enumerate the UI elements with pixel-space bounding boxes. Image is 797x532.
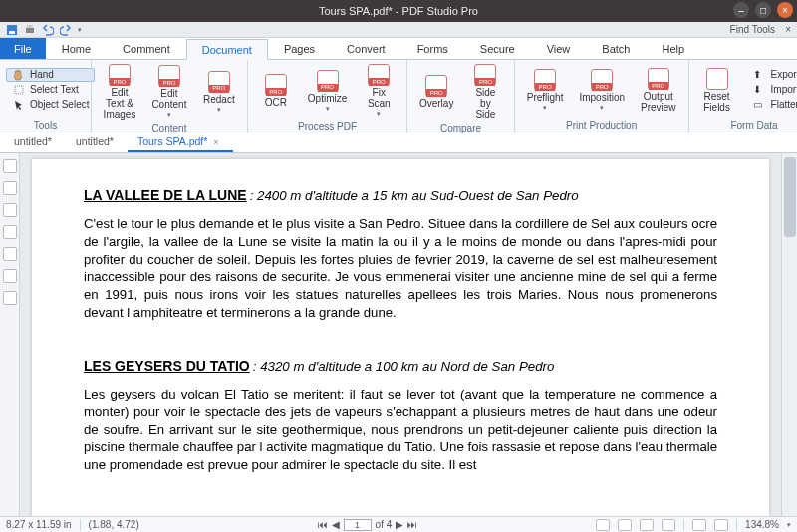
edit-content-icon: PRO — [158, 65, 180, 87]
file-menu[interactable]: File — [0, 38, 46, 59]
hand-tool-button[interactable]: Hand — [6, 68, 95, 82]
svg-rect-3 — [27, 25, 33, 28]
tags-panel-icon[interactable] — [3, 291, 17, 305]
imposition-button[interactable]: PROImposition▾ — [573, 67, 631, 112]
single-page-view-icon[interactable] — [596, 519, 610, 531]
doctab-tours-spa[interactable]: Tours SPA.pdf*× — [128, 133, 233, 152]
close-tab-icon[interactable]: × — [213, 137, 218, 147]
last-page-icon[interactable]: ⏭ — [407, 519, 417, 530]
tab-secure[interactable]: Secure — [464, 38, 531, 59]
window-close-button[interactable]: × — [777, 2, 793, 18]
reset-fields-button[interactable]: Reset Fields — [695, 66, 739, 113]
prev-page-icon[interactable]: ◀ — [332, 519, 340, 530]
doctab-untitled-2[interactable]: untitled* — [66, 133, 128, 152]
group-process-label: Process PDF — [248, 120, 406, 133]
tab-convert[interactable]: Convert — [331, 38, 401, 59]
preflight-icon: PRO — [534, 69, 556, 91]
tab-view[interactable]: View — [531, 38, 587, 59]
fix-scan-icon: PRO — [368, 64, 390, 86]
import-icon: ⬇ — [753, 84, 767, 96]
layers-panel-icon[interactable] — [3, 225, 17, 239]
signatures-panel-icon[interactable] — [3, 203, 17, 217]
bookmarks-panel-icon[interactable] — [3, 181, 17, 195]
output-preview-button[interactable]: PROOutput Preview — [635, 66, 682, 113]
cursor-position: (1.88, 4.72) — [89, 519, 139, 530]
comments-panel-icon[interactable] — [3, 247, 17, 261]
tab-home[interactable]: Home — [46, 38, 107, 59]
group-form-label: Form Data — [689, 119, 797, 133]
qat-more-icon[interactable]: ▾ — [78, 26, 82, 34]
next-page-icon[interactable]: ▶ — [396, 519, 403, 530]
doctab-untitled-1[interactable]: untitled* — [4, 133, 66, 152]
hand-icon — [12, 69, 26, 81]
print-icon[interactable] — [24, 24, 36, 36]
text-cursor-icon — [12, 84, 26, 96]
ocr-icon: PRO — [265, 74, 287, 96]
overlay-icon: PRO — [425, 75, 447, 97]
attachments-panel-icon[interactable] — [3, 269, 17, 283]
tab-document[interactable]: Document — [186, 39, 268, 60]
tab-batch[interactable]: Batch — [586, 38, 646, 59]
object-select-button[interactable]: Object Select — [6, 98, 95, 112]
section2-body: Les geysers du volcan El Tatio se merite… — [84, 386, 717, 474]
page-dimensions: 8.27 x 11.59 in — [6, 519, 72, 530]
facing-view-icon[interactable] — [640, 519, 654, 531]
tab-pages[interactable]: Pages — [268, 38, 331, 59]
facing-continuous-view-icon[interactable] — [662, 519, 675, 531]
side-by-side-icon: PRO — [474, 64, 496, 86]
flatten-button[interactable]: ▭Flatten — [747, 98, 797, 112]
ribbon: Hand Select Text Object Select Tools PRO… — [0, 60, 797, 133]
page-total: of 4 — [376, 519, 393, 530]
export-icon: ⬆ — [753, 69, 767, 81]
ribbon-collapse-icon[interactable]: × — [785, 24, 791, 35]
group-print-label: Print Production — [515, 119, 688, 133]
document-canvas[interactable]: LA VALLEE DE LA LUNE : 2400 m d'altitude… — [20, 153, 781, 516]
titlebar: Tours SPA.pdf* - PDF Studio Pro – □ × — [0, 0, 797, 22]
undo-icon[interactable] — [42, 24, 54, 36]
continuous-view-icon[interactable] — [618, 519, 632, 531]
redact-icon: PRO — [208, 71, 230, 93]
ribbon-tabstrip: File Home Comment Document Pages Convert… — [0, 38, 797, 60]
fix-scan-button[interactable]: PROFix Scan▾ — [357, 62, 400, 118]
select-text-button[interactable]: Select Text — [6, 83, 95, 97]
side-by-side-button[interactable]: PROSide by Side — [463, 62, 508, 120]
edit-text-images-button[interactable]: PROEdit Text & Images — [98, 62, 141, 120]
optimize-icon: PRO — [317, 70, 339, 92]
fit-width-icon[interactable] — [692, 519, 706, 531]
workspace: LA VALLEE DE LA LUNE : 2400 m d'altitude… — [0, 153, 797, 516]
tab-comment[interactable]: Comment — [107, 38, 186, 59]
ocr-button[interactable]: PROOCR — [254, 72, 298, 108]
scrollbar-thumb[interactable] — [784, 157, 796, 237]
edit-content-button[interactable]: PROEdit Content▾ — [145, 63, 193, 119]
zoom-dropdown-icon[interactable]: ▾ — [787, 521, 791, 529]
redo-icon[interactable] — [60, 24, 72, 36]
edit-text-icon: PRO — [109, 64, 131, 86]
document-tabs: untitled* untitled* Tours SPA.pdf*× — [0, 133, 797, 153]
reset-fields-icon — [706, 68, 728, 90]
flatten-icon: ▭ — [753, 99, 767, 111]
fit-page-icon[interactable] — [714, 519, 728, 531]
group-tools-label: Tools — [0, 119, 91, 133]
export-button[interactable]: ⬆Export▾ — [747, 68, 797, 82]
first-page-icon[interactable]: ⏮ — [318, 519, 328, 530]
find-tools-input[interactable]: Find Tools — [730, 24, 775, 35]
redact-button[interactable]: PRORedact▾ — [197, 69, 241, 114]
window-maximize-button[interactable]: □ — [755, 2, 771, 18]
svg-rect-2 — [26, 28, 34, 33]
tab-help[interactable]: Help — [646, 38, 700, 59]
window-title: Tours SPA.pdf* - PDF Studio Pro — [319, 5, 478, 17]
svg-rect-1 — [9, 31, 15, 34]
preflight-button[interactable]: PROPreflight▾ — [521, 67, 570, 112]
import-button[interactable]: ⬇Import▾ — [747, 83, 797, 97]
window-minimize-button[interactable]: – — [733, 2, 749, 18]
pdf-page: LA VALLEE DE LA LUNE : 2400 m d'altitude… — [32, 159, 769, 516]
optimize-button[interactable]: PROOptimize▾ — [302, 68, 353, 113]
statusbar: 8.27 x 11.59 in (1.88, 4.72) ⏮ ◀ 1 of 4 … — [0, 516, 797, 532]
page-number-input[interactable]: 1 — [344, 519, 372, 531]
zoom-level[interactable]: 134.8% — [745, 519, 779, 530]
thumbnails-panel-icon[interactable] — [3, 159, 17, 173]
vertical-scrollbar[interactable] — [781, 153, 797, 516]
overlay-button[interactable]: PROOverlay — [413, 73, 459, 109]
save-icon[interactable] — [6, 24, 18, 36]
tab-forms[interactable]: Forms — [401, 38, 464, 59]
